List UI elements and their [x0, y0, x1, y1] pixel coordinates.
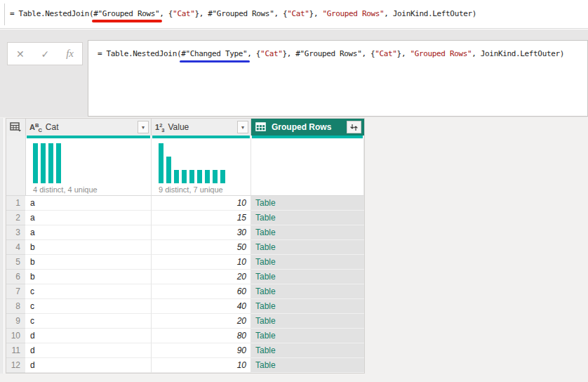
power-query-editor: = Table.NestedJoin(#"Grouped Rows", {"Ca… — [0, 0, 588, 382]
profile-grouped — [251, 139, 364, 196]
formula-bar-input[interactable]: = Table.NestedJoin(#"Changed Type", {"Ca… — [88, 40, 588, 117]
row-number-cell[interactable]: 11 — [6, 343, 26, 358]
table-link[interactable]: Table — [255, 257, 276, 267]
pane-edge-divider — [4, 4, 5, 25]
table-row: 8c40Table — [6, 299, 364, 314]
grouped-rows-cell: Table — [251, 299, 364, 314]
value-cell[interactable]: 40 — [152, 299, 251, 314]
grouped-rows-cell: Table — [251, 314, 364, 329]
histogram-bar — [48, 143, 53, 183]
step-formula-text[interactable]: = Table.NestedJoin(#"Grouped Rows", {"Ca… — [10, 9, 476, 18]
column-label: Grouped Rows — [272, 122, 331, 132]
table-link[interactable]: Table — [255, 301, 276, 311]
distinct-unique-label: 9 distinct, 7 unique — [159, 185, 223, 194]
row-number-cell[interactable]: 4 — [6, 240, 26, 255]
table-row: 10d80Table — [6, 329, 364, 343]
row-number-cell[interactable]: 6 — [6, 270, 26, 284]
filter-button-value[interactable]: ▾ — [237, 121, 248, 133]
filter-button-cat[interactable]: ▾ — [138, 121, 149, 133]
row-number-cell[interactable]: 1 — [6, 196, 26, 211]
table-row: 5b10Table — [6, 255, 364, 270]
table-link[interactable]: Table — [255, 316, 276, 326]
column-header-value[interactable]: 123 Value ▾ — [152, 119, 251, 136]
grouped-rows-cell: Table — [251, 211, 364, 225]
value-cell[interactable]: 10 — [152, 358, 251, 373]
value-cell[interactable]: 20 — [152, 270, 251, 284]
row-number-cell[interactable]: 2 — [6, 211, 26, 225]
formula-bar-text[interactable]: = Table.NestedJoin(#"Changed Type", {"Ca… — [98, 49, 564, 58]
cat-cell[interactable]: d — [26, 343, 152, 358]
cat-cell[interactable]: d — [26, 358, 152, 373]
table-link[interactable]: Table — [255, 286, 276, 296]
value-cell[interactable]: 80 — [152, 329, 251, 343]
value-cell[interactable]: 15 — [152, 211, 251, 225]
row-number-cell[interactable]: 7 — [6, 284, 26, 299]
quality-bar-grouped — [252, 136, 363, 138]
table-row: 2a15Table — [6, 211, 364, 225]
value-cell[interactable]: 30 — [152, 225, 251, 240]
cancel-icon[interactable]: ✕ — [16, 48, 25, 60]
cat-cell[interactable]: b — [26, 270, 152, 284]
column-header-grouped-rows[interactable]: Grouped Rows — [251, 119, 364, 136]
table-row: 12d10Table — [6, 358, 364, 373]
column-header-cat[interactable]: ABC Cat ▾ — [26, 119, 152, 136]
table-link[interactable]: Table — [255, 242, 276, 252]
step-formula-strip: = Table.NestedJoin(#"Grouped Rows", {"Ca… — [0, 0, 588, 29]
value-cell[interactable]: 10 — [152, 196, 251, 211]
cat-cell[interactable]: b — [26, 255, 152, 270]
row-number-cell[interactable]: 12 — [6, 358, 26, 373]
histogram-bar — [56, 143, 61, 183]
preview-grid: ABC Cat ▾ 123 Value ▾ Grouped Rows — [6, 118, 365, 374]
table-link[interactable]: Table — [255, 213, 276, 223]
cat-cell[interactable]: a — [26, 211, 152, 225]
cat-cell[interactable]: a — [26, 196, 152, 211]
column-label: Cat — [46, 122, 59, 132]
profile-value: 9 distinct, 7 unique — [152, 139, 251, 196]
table-row: 7c60Table — [6, 284, 364, 299]
cat-cell[interactable]: c — [26, 299, 152, 314]
text-type-icon: ABC — [29, 123, 42, 131]
value-cell[interactable]: 60 — [152, 284, 251, 299]
table-link[interactable]: Table — [255, 360, 276, 370]
cat-cell[interactable]: c — [26, 284, 152, 299]
row-number-cell[interactable]: 3 — [6, 225, 26, 240]
expand-column-icon — [349, 124, 359, 131]
value-cell[interactable]: 20 — [152, 314, 251, 329]
grouped-rows-cell: Table — [251, 270, 364, 284]
grouped-rows-cell: Table — [251, 225, 364, 240]
table-row: 11d90Table — [6, 343, 364, 358]
cat-cell[interactable]: b — [26, 240, 152, 255]
expand-column-button[interactable] — [347, 121, 361, 133]
row-number-cell[interactable]: 5 — [6, 255, 26, 270]
quality-bar-cat — [27, 136, 150, 138]
histogram-bar — [33, 143, 38, 183]
table-link[interactable]: Table — [255, 198, 276, 208]
cat-cell[interactable]: d — [26, 329, 152, 343]
histogram-bar — [159, 143, 163, 183]
check-icon[interactable]: ✓ — [41, 48, 50, 60]
table-menu-button[interactable] — [6, 119, 26, 136]
value-cell[interactable]: 90 — [152, 343, 251, 358]
table-row: 1a10Table — [6, 196, 364, 211]
grouped-rows-cell: Table — [251, 240, 364, 255]
table-link[interactable]: Table — [255, 272, 276, 282]
row-number-cell[interactable]: 10 — [6, 329, 26, 343]
row-number-cell[interactable]: 8 — [6, 299, 26, 314]
fx-icon[interactable]: fx — [66, 48, 74, 60]
row-number-cell[interactable]: 9 — [6, 314, 26, 329]
table-grid-icon — [10, 122, 22, 132]
value-cell[interactable]: 50 — [152, 240, 251, 255]
table-link[interactable]: Table — [255, 228, 276, 237]
value-distribution-histogram — [33, 143, 64, 183]
histogram-bar — [189, 170, 194, 183]
left-rail — [0, 118, 4, 374]
distinct-unique-label: 4 distinct, 4 unique — [33, 185, 98, 194]
value-cell[interactable]: 10 — [152, 255, 251, 270]
profile-cat: 4 distinct, 4 unique — [26, 139, 152, 196]
table-link[interactable]: Table — [255, 345, 276, 355]
grouped-rows-cell: Table — [251, 329, 364, 343]
cat-cell[interactable]: a — [26, 225, 152, 240]
table-link[interactable]: Table — [255, 331, 276, 341]
histogram-bar — [166, 157, 171, 183]
cat-cell[interactable]: c — [26, 314, 152, 329]
